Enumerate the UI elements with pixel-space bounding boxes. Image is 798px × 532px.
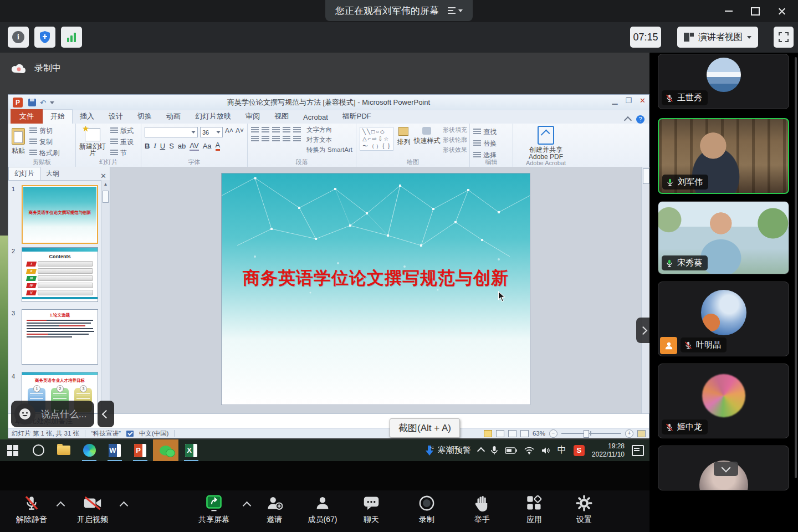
- align-left-icon[interactable]: [251, 136, 259, 142]
- tab-insert[interactable]: 插入: [73, 110, 101, 124]
- tab-design[interactable]: 设计: [101, 110, 130, 124]
- font-name-combo[interactable]: [145, 127, 198, 137]
- wifi-icon[interactable]: [524, 447, 534, 454]
- settings-button[interactable]: 设置: [567, 495, 601, 525]
- arrange-button[interactable]: 排列: [397, 127, 410, 147]
- powerpoint-button[interactable]: P: [127, 439, 153, 461]
- tab-view[interactable]: 视图: [267, 110, 296, 124]
- normal-view-icon[interactable]: [484, 430, 492, 437]
- font-size-combo[interactable]: 36: [200, 127, 223, 137]
- shape-effects-button[interactable]: 形状效果: [443, 146, 467, 154]
- action-center-icon[interactable]: [632, 445, 644, 456]
- canvas-scrollbar[interactable]: [641, 167, 650, 413]
- emoji-button[interactable]: [14, 403, 35, 424]
- tab-home[interactable]: 开始: [43, 109, 73, 124]
- network-stats-button[interactable]: [61, 27, 82, 48]
- chat-button[interactable]: 聊天: [355, 495, 388, 525]
- line-spacing-icon[interactable]: [293, 127, 301, 134]
- spellcheck-icon[interactable]: [126, 431, 134, 437]
- layout-button[interactable]: 版式: [110, 126, 134, 136]
- ppt-minimize-icon[interactable]: ▁: [612, 97, 617, 104]
- shrink-font-icon[interactable]: A˅: [236, 127, 244, 137]
- slide-thumbnail-1[interactable]: 商务英语学位论文撰写规范与创新: [22, 185, 98, 244]
- start-video-button[interactable]: 开启视频: [68, 495, 117, 525]
- chat-collapse-button[interactable]: [98, 401, 114, 427]
- share-options-chevron[interactable]: [243, 502, 252, 510]
- quick-access-toolbar[interactable]: ↶: [28, 99, 54, 106]
- weather-alert[interactable]: °C 寒潮预警: [424, 445, 471, 456]
- video-options-chevron[interactable]: [120, 502, 129, 510]
- participant-tile-active-speaker[interactable]: 刘军伟: [658, 118, 789, 194]
- shape-fill-button[interactable]: 形状填充: [443, 126, 467, 134]
- shape-gallery[interactable]: ╲╲□○◇△⌐⇨⇩☆〜（）{ }: [360, 127, 393, 151]
- panel-tab-outline[interactable]: 大纲: [40, 167, 65, 180]
- create-pdf-button[interactable]: 创建并共享 Adobe PDF: [519, 126, 572, 161]
- replace-button[interactable]: 替换: [473, 139, 509, 149]
- panel-scrollbar[interactable]: ▲: [101, 180, 110, 413]
- file-explorer-button[interactable]: [51, 439, 76, 461]
- tab-transitions[interactable]: 切换: [130, 110, 159, 124]
- share-screen-button[interactable]: 共享屏幕: [190, 495, 238, 525]
- fit-to-window-icon[interactable]: [637, 430, 646, 437]
- underline-button[interactable]: U: [160, 142, 165, 150]
- zoom-slider[interactable]: [561, 433, 621, 434]
- unmute-button[interactable]: 解除静音: [8, 495, 55, 525]
- sidebar-scrollbar[interactable]: [795, 57, 797, 478]
- microphone-tray-icon[interactable]: [491, 446, 498, 456]
- language-indicator[interactable]: 中文(中国): [139, 429, 169, 438]
- format-painter-button[interactable]: 格式刷: [29, 148, 59, 158]
- speaker-icon[interactable]: [541, 447, 550, 454]
- reset-button[interactable]: 重设: [110, 137, 134, 147]
- bullets-icon[interactable]: [251, 127, 259, 134]
- reading-view-icon[interactable]: [508, 430, 516, 437]
- undo-icon[interactable]: ↶: [40, 99, 46, 106]
- char-spacing-button[interactable]: AV: [190, 141, 198, 151]
- strikethrough-button[interactable]: ab: [178, 142, 186, 150]
- battery-icon[interactable]: [505, 447, 517, 454]
- tray-expand-icon[interactable]: [477, 447, 485, 455]
- start-button[interactable]: [0, 439, 25, 461]
- scroll-up-icon[interactable]: ▲: [101, 180, 110, 188]
- smartart-button[interactable]: 转换为 SmartArt: [306, 146, 352, 154]
- banner-menu-icon[interactable]: [448, 7, 463, 14]
- word-button[interactable]: W: [102, 439, 127, 461]
- align-right-icon[interactable]: [272, 136, 280, 142]
- security-button[interactable]: [34, 27, 55, 48]
- text-direction-button[interactable]: 文字方向: [306, 126, 352, 134]
- zoom-in-button[interactable]: +: [625, 429, 633, 438]
- section-button[interactable]: 节: [110, 148, 134, 158]
- taskbar-clock[interactable]: 19:28 2022/11/10: [592, 442, 625, 459]
- help-icon[interactable]: ?: [636, 115, 644, 124]
- participant-tile[interactable]: 姬中龙: [658, 364, 789, 438]
- tab-review[interactable]: 审阅: [238, 110, 267, 124]
- maximize-button[interactable]: [747, 4, 764, 18]
- tab-foxit-pdf[interactable]: 福昕PDF: [335, 110, 378, 124]
- paste-button[interactable]: 粘贴: [12, 126, 25, 158]
- qat-chevron-icon[interactable]: [50, 101, 54, 104]
- indent-decrease-icon[interactable]: [272, 127, 280, 134]
- current-slide[interactable]: 商务英语学位论文撰写规范与创新: [222, 173, 530, 405]
- panel-close-icon[interactable]: ✕: [100, 172, 106, 180]
- columns-icon[interactable]: [293, 136, 301, 142]
- cut-button[interactable]: 剪切: [29, 126, 59, 136]
- change-case-button[interactable]: Aa: [203, 142, 212, 150]
- copy-button[interactable]: 复制: [29, 137, 59, 147]
- sogou-icon[interactable]: S: [574, 445, 585, 456]
- chat-input[interactable]: 说点什么...: [11, 401, 94, 427]
- tab-file[interactable]: 文件: [11, 109, 43, 124]
- ppt-close-icon[interactable]: ✕: [640, 97, 646, 104]
- edge-button[interactable]: [76, 439, 102, 461]
- justify-icon[interactable]: [283, 136, 290, 142]
- find-button[interactable]: 查找: [473, 127, 509, 137]
- panel-tab-slides[interactable]: 幻灯片: [8, 167, 40, 180]
- shape-outline-button[interactable]: 形状轮廓: [443, 136, 467, 144]
- tab-slideshow[interactable]: 幻灯片放映: [188, 110, 238, 124]
- ime-indicator[interactable]: 中: [557, 444, 566, 456]
- apps-button[interactable]: 应用: [518, 495, 551, 525]
- raise-hand-button[interactable]: 举手: [466, 495, 499, 525]
- align-center-icon[interactable]: [262, 136, 269, 142]
- members-button[interactable]: 成员(67): [300, 495, 345, 525]
- slide-sorter-icon[interactable]: [496, 430, 504, 437]
- tab-animations[interactable]: 动画: [159, 110, 188, 124]
- minimize-button[interactable]: [720, 4, 737, 18]
